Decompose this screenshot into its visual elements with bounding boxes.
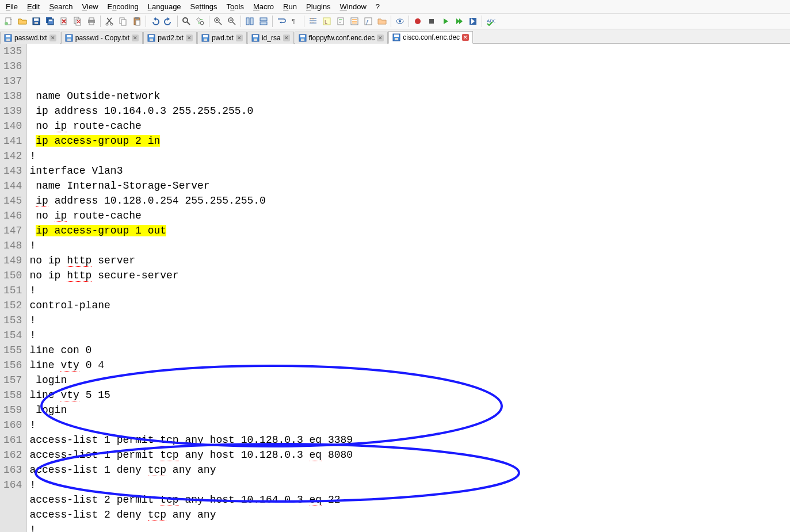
menu-macro[interactable]: Macro (250, 1, 277, 12)
menu-edit[interactable]: Edit (24, 1, 43, 12)
code-line[interactable]: ! (29, 313, 353, 328)
tab-close-icon[interactable]: ✕ (186, 35, 193, 41)
zoom-in-icon[interactable] (212, 15, 224, 28)
menu-tools[interactable]: Tools (223, 1, 247, 12)
userdef-icon[interactable]: L (320, 15, 333, 28)
svg-rect-36 (339, 22, 341, 23)
doc-map-icon[interactable] (334, 15, 347, 28)
code-line[interactable]: access-list 1 permit tcp any host 10.128… (29, 433, 353, 447)
code-line[interactable]: name Outside-network (29, 89, 353, 104)
tab-cisco-conf-enc-dec[interactable]: cisco.conf.enc.dec✕ (388, 31, 473, 44)
code-line[interactable]: ! (29, 148, 353, 163)
menu-?[interactable]: ? (372, 1, 383, 12)
tab-passwd-txt[interactable]: passwd.txt✕ (0, 32, 60, 44)
save-icon[interactable] (30, 15, 43, 28)
code-line[interactable]: no ip http server (29, 253, 353, 268)
tab-pwd2-txt[interactable]: pwd2.txt✕ (143, 32, 197, 44)
menu-plugins[interactable]: Plugins (303, 1, 334, 12)
line-number: 152 (3, 298, 22, 313)
code-line[interactable]: line vty 0 4 (29, 358, 353, 373)
svg-rect-29 (260, 22, 267, 25)
code-line[interactable]: name Internal-Storage-Server (29, 178, 353, 193)
code-line[interactable]: access-list 1 deny tcp any any (29, 462, 353, 477)
folder-icon[interactable] (376, 15, 388, 28)
doc-list-icon[interactable] (348, 15, 361, 28)
svg-rect-62 (300, 35, 305, 37)
code-line[interactable]: line con 0 (29, 343, 353, 358)
menu-window[interactable]: Window (337, 1, 370, 12)
undo-icon[interactable] (148, 15, 161, 28)
menu-language[interactable]: Language (144, 1, 185, 12)
code-line[interactable]: ! (29, 238, 353, 253)
redo-icon[interactable] (162, 15, 175, 28)
save-all-icon[interactable] (44, 15, 56, 28)
zoom-out-icon[interactable] (226, 15, 238, 28)
indent-guide-icon[interactable] (307, 15, 319, 28)
code-line[interactable]: access-list 1 permit tcp any host 10.128… (29, 447, 353, 462)
toolbar-separator (177, 16, 178, 27)
code-line[interactable]: no ip http secure-server (29, 268, 353, 283)
code-line[interactable]: ! (29, 522, 353, 532)
paste-icon[interactable] (131, 15, 143, 28)
code-line[interactable]: access-list 2 permit tcp any host 10.164… (29, 492, 353, 507)
record-icon[interactable] (411, 15, 424, 28)
code-line[interactable]: ! (29, 328, 353, 343)
code-line[interactable]: ip address 10.128.0.254 255.255.255.0 (29, 193, 353, 208)
replace-icon[interactable] (194, 15, 207, 28)
show-all-icon[interactable]: ¶ (289, 15, 302, 28)
svg-rect-66 (395, 38, 398, 40)
line-number: 138 (3, 89, 22, 104)
copy-icon[interactable] (117, 15, 129, 28)
menu-settings[interactable]: Settings (187, 1, 221, 12)
code-line[interactable]: line vty 5 15 (29, 388, 353, 403)
func-list-icon[interactable]: ƒ (362, 15, 375, 28)
menu-view[interactable]: View (79, 1, 102, 12)
new-icon[interactable] (2, 15, 15, 28)
close-all-icon[interactable] (71, 15, 84, 28)
tab-close-icon[interactable]: ✕ (49, 35, 56, 41)
play-multi-icon[interactable] (453, 15, 465, 28)
spellcheck-icon[interactable]: ABC (484, 15, 497, 28)
tab-floppyfw-conf-enc-dec[interactable]: floppyfw.conf.enc.dec✕ (295, 32, 388, 44)
disk-blue-icon (65, 34, 73, 42)
menu-encoding[interactable]: Encoding (104, 1, 142, 12)
menu-search[interactable]: Search (45, 1, 76, 12)
code-line[interactable]: ip access-group 2 in (29, 133, 353, 148)
code-line[interactable]: ! (29, 477, 353, 492)
tab-close-icon[interactable]: ✕ (283, 35, 290, 41)
tab-close-icon[interactable]: ✕ (462, 34, 469, 41)
play-icon[interactable] (439, 15, 452, 28)
code-line[interactable]: access-list 2 deny tcp any any (29, 507, 353, 522)
stop-icon[interactable] (425, 15, 438, 28)
svg-rect-50 (67, 35, 71, 37)
code-line[interactable]: ! (29, 283, 353, 298)
find-icon[interactable] (180, 15, 193, 28)
code-line[interactable]: no ip route-cache (29, 118, 353, 133)
code-line[interactable]: control-plane (29, 298, 353, 313)
tab-id-rsa[interactable]: id_rsa✕ (247, 32, 294, 44)
monitor-icon[interactable] (394, 15, 406, 28)
code-line[interactable]: ! (29, 418, 353, 433)
tab-passwd---copy-txt[interactable]: passwd - Copy.txt✕ (61, 32, 143, 44)
menu-run[interactable]: Run (280, 1, 300, 12)
tab-close-icon[interactable]: ✕ (236, 35, 243, 41)
code-line[interactable]: ip access-group 1 out (29, 223, 353, 238)
sync-v-icon[interactable] (243, 15, 256, 28)
sync-h-icon[interactable] (257, 15, 270, 28)
save-macro-icon[interactable] (467, 15, 479, 28)
code-line[interactable]: login (29, 403, 353, 418)
cut-icon[interactable] (103, 15, 116, 28)
print-icon[interactable] (85, 15, 98, 28)
tab-close-icon[interactable]: ✕ (132, 35, 139, 41)
code-line[interactable]: login (29, 373, 353, 388)
code-content[interactable]: name Outside-network ip address 10.164.0… (27, 44, 353, 532)
open-icon[interactable] (16, 15, 29, 28)
code-line[interactable]: no ip route-cache (29, 208, 353, 223)
tab-pwd-txt[interactable]: pwd.txt✕ (197, 32, 247, 44)
wrap-icon[interactable] (275, 15, 288, 28)
code-line[interactable]: interface Vlan3 (29, 163, 353, 178)
tab-close-icon[interactable]: ✕ (377, 35, 384, 41)
close-icon[interactable] (58, 15, 70, 28)
menu-file[interactable]: File (2, 1, 21, 12)
code-line[interactable]: ip address 10.164.0.3 255.255.255.0 (29, 104, 353, 118)
